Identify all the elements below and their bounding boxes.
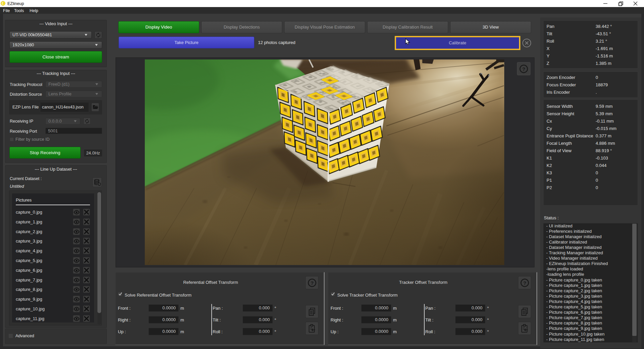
svg-text:?: ? <box>523 280 526 286</box>
svg-text:?: ? <box>310 280 313 286</box>
svg-text:?: ? <box>522 66 525 72</box>
